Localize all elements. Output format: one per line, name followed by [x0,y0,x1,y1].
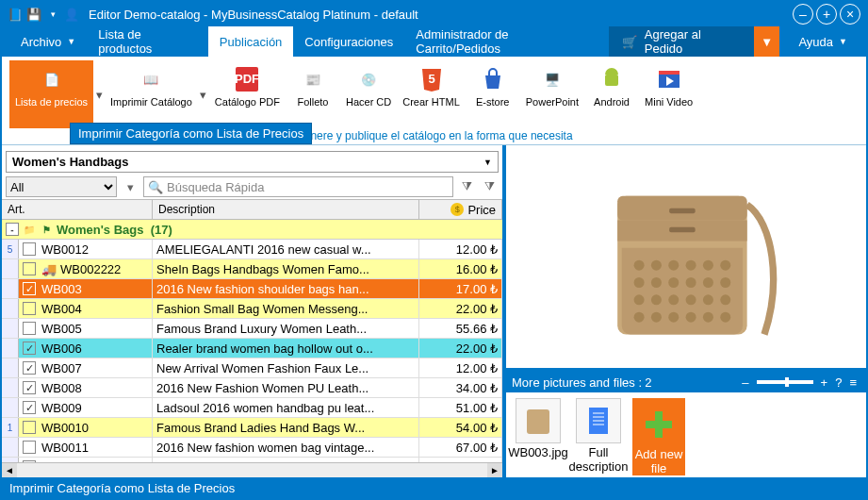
svg-point-19 [650,277,661,288]
add-to-order-dropdown[interactable]: ▼ [754,26,780,57]
menu-ayuda[interactable]: Ayuda▼ [787,26,859,57]
menu-publicacion[interactable]: Publicación [208,26,294,57]
user-icon[interactable]: 👤 [64,7,79,22]
table-row[interactable]: ✓WB007New Arrival Women Fashion Faux Le.… [2,358,502,378]
menu-config[interactable]: Configuraciones [293,26,404,57]
cell-art: WB0011 [19,438,153,457]
row-checkbox[interactable] [23,460,36,462]
ribbon-estore[interactable]: E-store [466,60,520,128]
slide-icon: 🖥️ [537,64,567,94]
svg-point-23 [720,277,730,288]
image-preview[interactable] [506,145,866,368]
search-input[interactable]: 🔍Búsqueda Rápida [143,176,453,197]
thumb-description[interactable]: Full description [572,398,625,475]
ribbon-powerpoint[interactable]: 🖥️PowerPoint [520,60,584,128]
table-row[interactable]: 1WB0010Famous Brand Ladies Hand Bags W..… [2,418,502,438]
help-icon[interactable]: ? [835,375,842,390]
row-checkbox[interactable] [23,302,36,315]
table-row[interactable]: 5WB0012AMELIEGALANTI 2016 new casual w..… [2,240,502,259]
table-row[interactable]: WB005Famous Brand Luxury Women Leath...5… [2,319,502,339]
filter-funnel-icon[interactable]: ⧩ [457,176,476,197]
filter-select[interactable]: All [6,176,117,197]
row-checkbox[interactable] [23,262,36,275]
cell-desc: SheIn Bags Handbags Women Famo... [153,259,419,278]
svg-point-21 [685,277,696,288]
table-row[interactable]: WB0012New Brand Bags For Women Leather54… [2,458,502,462]
cell-desc: Famous Brand Ladies Hand Bags W... [153,418,419,437]
svg-point-32 [668,312,679,323]
cell-art: ✓WB006 [19,339,153,358]
table-row[interactable]: WB004Fashion Small Bag Women Messeng...2… [2,299,502,319]
ribbon-print-catalog[interactable]: 📖Imprimir Catálogo [105,60,198,128]
row-checkbox[interactable]: ✓ [23,381,36,394]
ribbon-price-list[interactable]: 📄Lista de precios [9,60,93,128]
row-gutter [2,339,19,358]
row-gutter [2,358,19,377]
ribbon-html[interactable]: 5Crear HTML [397,60,466,128]
filter-dropdown[interactable]: ▾ [121,176,139,197]
menu-icon[interactable]: ≡ [849,375,857,390]
ribbon-split[interactable]: ▾ [198,60,209,128]
add-to-order-button[interactable]: 🛒Agregar al Pedido [609,26,754,57]
row-checkbox[interactable] [23,421,36,434]
minimize-button[interactable]: – [793,4,813,25]
cell-price: 22.00 ₺ [419,339,502,358]
cell-desc: Famous Brand Luxury Women Leath... [153,319,419,338]
table-row[interactable]: 🚚WB002222SheIn Bags Handbags Women Famo.… [2,259,502,279]
col-price[interactable]: $Price [419,200,502,219]
menu-archivo[interactable]: Archivo▼ [9,26,87,57]
menu-lista[interactable]: Lista de productos [87,26,208,57]
thumb-add-new[interactable]: Add new file [632,398,685,475]
row-checkbox[interactable]: ✓ [23,282,36,295]
ribbon-folleto[interactable]: 📰Folleto [286,60,340,128]
table-row[interactable]: ✓WB0082016 New Fashion Women PU Leath...… [2,378,502,398]
close-button[interactable]: × [840,4,860,25]
cell-desc: 2016 New fashion women bag vintage... [153,438,419,457]
chevron-down-icon: ▼ [483,158,492,167]
ribbon-cd[interactable]: 💿Hacer CD [340,60,397,128]
zoom-slider[interactable] [757,380,813,384]
category-selector[interactable]: Women's Handbags▼ [6,151,499,173]
ribbon-android[interactable]: Android [584,60,639,128]
row-gutter [2,319,19,338]
cell-art: ✓WB007 [19,358,153,377]
group-row[interactable]: - 📁 ⚑ Women's Bags (17) [2,220,502,240]
ribbon-pdf[interactable]: PDFCatálogo PDF [209,60,286,128]
horizontal-scrollbar[interactable]: ◄► [2,462,502,477]
table-row[interactable]: ✓WB006Realer brand women bag hollow out … [2,339,502,358]
menu-admin[interactable]: Administrador de Carrito/Pedidos [404,26,604,57]
row-gutter [2,299,19,318]
collapse-icon[interactable]: - [6,223,19,236]
table-row[interactable]: WB00112016 New fashion women bag vintage… [2,438,502,458]
ribbon-video[interactable]: Mini Video [639,60,698,128]
row-checkbox[interactable] [23,242,36,256]
svg-rect-37 [669,227,696,233]
maximize-button[interactable]: + [816,4,837,25]
table-row[interactable]: ✓WB0032016 New fashion shoulder bags han… [2,279,502,299]
grid-body[interactable]: - 📁 ⚑ Women's Bags (17) 5WB0012AMELIEGAL… [2,220,502,462]
ribbon-split[interactable]: ▾ [93,60,105,128]
svg-point-20 [668,277,679,288]
dropdown-icon[interactable]: ▾ [45,7,60,22]
row-checkbox[interactable] [23,322,36,335]
table-row[interactable]: ✓WB009Ladsoul 2016 women handbag pu leat… [2,398,502,418]
row-checkbox[interactable]: ✓ [23,342,36,355]
svg-point-24 [633,294,644,305]
cell-art: WB005 [19,319,153,338]
thumb-image[interactable]: WB003.jpg [512,398,565,475]
filter-clear-icon[interactable]: ⧩ [480,176,499,197]
zoom-in-icon[interactable]: + [821,375,828,390]
svg-point-27 [685,294,696,305]
row-checkbox[interactable]: ✓ [23,401,36,414]
col-desc[interactable]: Description [153,200,419,219]
row-checkbox[interactable] [23,441,36,454]
col-art[interactable]: Art. [2,200,153,219]
cell-art: ✓WB009 [19,398,153,417]
cell-art: ✓WB003 [19,279,153,298]
page-icon: 📰 [298,64,328,94]
zoom-out-icon[interactable]: – [742,375,748,390]
row-checkbox[interactable]: ✓ [23,361,36,375]
save-icon[interactable]: 💾 [26,7,41,22]
row-gutter [2,398,19,417]
row-gutter [2,458,19,462]
